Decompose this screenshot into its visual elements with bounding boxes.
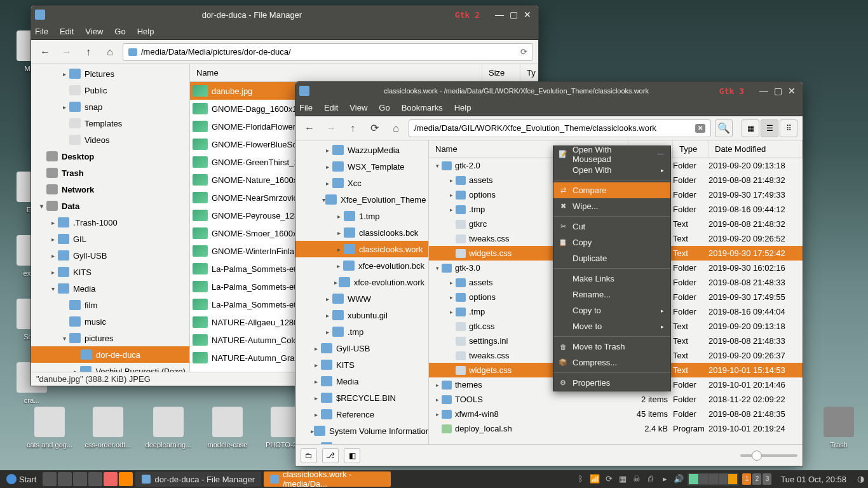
tree-item[interactable]: ▾pictures (31, 330, 189, 346)
tree-item[interactable]: ▸Media (295, 373, 428, 390)
view-list-button[interactable]: ☰ (761, 119, 778, 137)
logout-icon[interactable]: ◑ (855, 474, 865, 484)
expand-icon[interactable]: ▸ (433, 382, 442, 388)
expand-icon[interactable]: ▸ (334, 213, 344, 220)
chip-icon[interactable]: ▦ (618, 474, 628, 484)
clear-icon[interactable]: ✕ (695, 124, 705, 133)
zoom-slider[interactable] (740, 454, 797, 457)
tree-item[interactable]: ▾Xfce_Evolution_Theme (295, 191, 428, 208)
tree-item[interactable]: ▾Media (31, 280, 189, 297)
expand-icon[interactable]: ▸ (447, 309, 456, 315)
start-button[interactable]: Start (3, 474, 40, 484)
forward-button[interactable]: → (58, 43, 76, 61)
expand-icon[interactable]: ▸ (48, 219, 58, 226)
expand-icon[interactable]: ▸ (311, 378, 321, 385)
clock[interactable]: Tue 01 Oct, 20:58 (775, 475, 851, 484)
workspace-pager[interactable]: 1 2 3 (742, 473, 771, 485)
bookmark-mode-button[interactable]: ◧ (344, 448, 360, 463)
cpu-meter[interactable] (688, 473, 738, 485)
expand-icon[interactable]: ▾ (433, 163, 442, 169)
tree-item[interactable]: ▸KITS (295, 356, 428, 373)
skull-icon[interactable]: ☠ (632, 474, 642, 484)
desktop-trash[interactable]: Trash (813, 407, 864, 449)
tree-item[interactable]: Templates (31, 115, 189, 132)
col-date[interactable]: Date Modified (709, 140, 803, 158)
expand-icon[interactable]: ▸ (322, 295, 332, 302)
sync-icon[interactable]: ⟳ (604, 474, 614, 484)
close-button[interactable]: ✕ (520, 9, 534, 20)
expand-icon[interactable]: ▸ (48, 236, 58, 243)
maximize-button[interactable]: ▢ (506, 9, 520, 20)
expand-icon[interactable]: ▸ (48, 269, 58, 276)
tree-item[interactable]: ▸Reference (295, 406, 428, 423)
ql-files-icon[interactable] (88, 472, 102, 486)
tree-item[interactable]: Network (31, 181, 189, 198)
expand-icon[interactable]: ▸ (322, 163, 332, 170)
menu-file[interactable]: File (299, 103, 313, 112)
menu-view[interactable]: View (349, 103, 367, 112)
tree-item[interactable]: music (31, 313, 189, 330)
expand-icon[interactable]: ▸ (433, 411, 442, 417)
menu-edit[interactable]: Edit (324, 103, 338, 112)
expand-icon[interactable]: ▸ (334, 279, 339, 286)
home-button[interactable]: ⌂ (387, 119, 405, 137)
expand-icon[interactable]: ▸ (59, 104, 69, 111)
volume-icon[interactable]: 🔊 (674, 474, 684, 484)
back-button[interactable]: ← (36, 43, 54, 61)
printer-icon[interactable]: ⎙ (646, 474, 656, 484)
tree-sidebar[interactable]: ▸WazzupMedia▸WSX_Template▸Xcc▾Xfce_Evolu… (295, 140, 429, 444)
tree-item[interactable]: ▸xubuntu.gil (295, 307, 428, 323)
tree-item[interactable]: Public (31, 82, 189, 98)
tree-item[interactable]: ▸xfce-evolution.work (295, 274, 428, 290)
forward-button[interactable]: → (322, 119, 340, 137)
menu-view[interactable]: View (85, 27, 103, 36)
ql-firefox-icon[interactable] (119, 472, 133, 486)
tree-item[interactable]: Videos (31, 132, 189, 148)
tree-item[interactable]: ▸voicu.bck (295, 439, 428, 444)
path-input[interactable]: /media/Data/GIL/WORK/Xfce_Evolution_Them… (409, 119, 711, 137)
expand-icon[interactable]: ▸ (59, 71, 69, 78)
menu-file[interactable]: File (35, 27, 48, 36)
tree-item[interactable]: ▸Gyll-USB (295, 340, 428, 356)
up-button[interactable]: ↑ (79, 43, 97, 61)
expand-icon[interactable]: ▾ (433, 265, 442, 271)
folder-mode-button[interactable]: 🗀 (301, 448, 317, 463)
back-button[interactable]: ← (301, 119, 318, 137)
desktop-icon[interactable]: deeplearning... (143, 407, 194, 449)
expand-icon[interactable]: ▸ (311, 395, 321, 402)
expand-icon[interactable]: ▸ (433, 396, 442, 403)
menu-item[interactable]: ✖Wipe... (553, 198, 670, 214)
expand-icon[interactable]: ▸ (447, 294, 456, 301)
tree-mode-button[interactable]: ⎇ (322, 448, 339, 463)
col-type[interactable]: Type (673, 140, 709, 158)
col-size[interactable]: Size (482, 64, 520, 81)
view-icons-button[interactable]: ▦ (742, 119, 759, 137)
menu-item[interactable]: Move to▸ (553, 318, 670, 334)
tree-item[interactable]: ▸WSX_Template (295, 158, 428, 175)
up-button[interactable]: ↑ (344, 119, 362, 137)
tree-item[interactable]: Trash (31, 165, 189, 181)
expand-icon[interactable]: ▸ (311, 362, 321, 369)
task-button[interactable]: classiclooks.work - /media/Da... (264, 471, 391, 487)
reload-icon[interactable]: ⟳ (520, 47, 527, 57)
menu-help[interactable]: Help (454, 103, 471, 112)
maximize-button[interactable]: ▢ (771, 85, 785, 97)
menu-item[interactable]: Duplicate (553, 250, 670, 266)
tree-item[interactable]: ▸.tmp (295, 323, 428, 340)
expand-icon[interactable]: ▾ (36, 203, 46, 210)
desktop-icon[interactable]: modele-case (202, 407, 253, 449)
expand-icon[interactable]: ▸ (447, 280, 456, 286)
menu-item[interactable]: Copy to▸ (553, 302, 670, 318)
tree-item[interactable]: ▸snap (31, 98, 189, 115)
desktop-icon[interactable]: css-order.odt... (83, 407, 133, 449)
detail-row[interactable]: ▸xfwm4-win845 itemsFolder2019-08-08 21:4… (429, 407, 803, 421)
menu-item[interactable]: Open With▸ (553, 162, 670, 178)
reload-button[interactable]: ⟳ (365, 119, 383, 137)
tree-item[interactable]: ▸classiclooks.work (295, 241, 428, 257)
expand-icon[interactable]: ▸ (334, 229, 344, 236)
expand-icon[interactable]: ▸ (322, 180, 332, 187)
tree-item[interactable]: film (31, 297, 189, 313)
tree-item[interactable]: ▸1.tmp (295, 208, 428, 224)
tree-item[interactable]: ▸KITS (31, 264, 189, 280)
expand-icon[interactable]: ▸ (334, 246, 344, 253)
